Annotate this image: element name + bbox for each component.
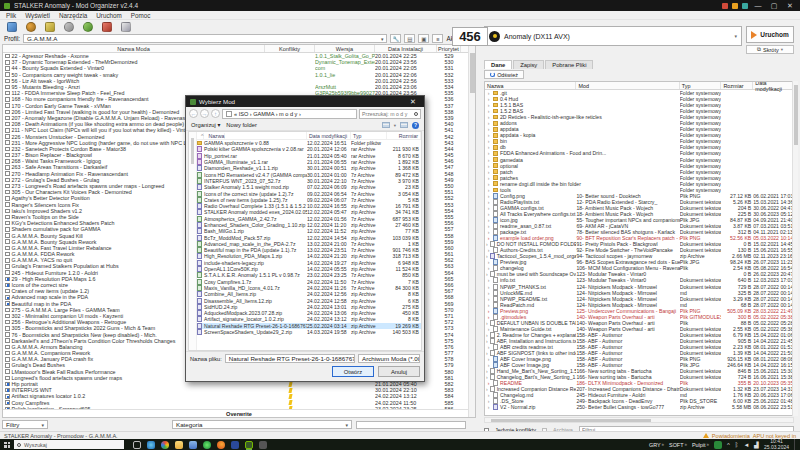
dialog-nav-pane[interactable] [189,132,197,350]
notifications-label[interactable]: Powiadomienia [712,433,750,439]
dialog-file-row[interactable]: STALKER Anomaly modded exes_2024.02.05.z… [197,209,421,215]
mod-checkbox[interactable] [5,147,10,152]
mod-checkbox[interactable] [5,314,10,319]
mod-checkbox[interactable] [5,363,10,368]
column-conflicts[interactable]: Konflikty [265,45,315,52]
breadcrumb[interactable]: « ISO › GAMMA › m o d y › [222,109,357,119]
task-view-icon[interactable] [133,441,141,449]
seven-zip-icon[interactable] [259,441,267,449]
mod-row[interactable]: 44 - Bounty Squads Extended - Vintar0 co… [3,65,475,71]
mod-checkbox[interactable] [5,134,10,139]
dialog-file-row[interactable]: Enhanced_Shaders_Color_Grading_1.10.zip … [197,222,421,228]
chrome-icon[interactable] [161,441,169,449]
edge-icon[interactable] [147,441,155,449]
mod-checkbox[interactable] [5,140,10,145]
column-name[interactable]: Nazwa [485,82,576,89]
back-button[interactable]: ← [189,109,198,118]
overwrite-row[interactable]: Overwrite [3,409,475,417]
run-button[interactable]: Uruchom [746,26,794,43]
column-version[interactable]: Wersja [315,45,375,52]
mod-checkbox[interactable] [5,66,10,71]
taskbar-clock[interactable]: 10:4125.03.2024 [764,439,789,450]
taskbar-search[interactable]: Wyszukaj [14,440,124,449]
toolbar-gry[interactable]: GRY» [649,442,664,448]
profiles[interactable] [45,22,55,32]
toolbar-soft[interactable]: SOFT» [669,442,687,448]
mod-checkbox[interactable] [5,116,10,121]
mod-checkbox[interactable] [5,103,10,108]
mod-checkbox[interactable] [5,382,10,387]
tab-data[interactable]: Dane [484,60,512,69]
install-mod[interactable] [7,22,17,32]
dialog-file-row[interactable]: Cosy Campfires.1.7z 24.02.2024 11:50 7z … [197,279,421,285]
mod-checkbox[interactable] [5,289,10,294]
dialog-file-row[interactable]: Crates of new items (update 1.25).7z 09.… [197,197,421,203]
column-size[interactable]: Rozmiar [387,132,421,139]
dialog-file-row[interactable]: SidHUD.24.zip 24.02.2024 13:01 zip Archi… [197,304,421,310]
mod-checkbox[interactable] [5,326,10,331]
mod-checkbox[interactable] [5,85,10,90]
mod-checkbox[interactable] [5,388,10,393]
menu-item[interactable]: Wyświetl [25,12,50,19]
dialog-search-input[interactable]: Przeszukaj: m o d y [359,109,421,119]
mod-checkbox[interactable] [5,369,10,374]
open-folder-button[interactable]: ▤ [404,34,415,43]
list-button[interactable]: ≡ [432,34,443,43]
column-name[interactable]: ^Nazwa [197,132,307,139]
help-icon[interactable]: ? [412,122,419,129]
mod-checkbox[interactable] [5,122,10,127]
mod-checkbox[interactable] [5,227,10,232]
toolbar-pulpit[interactable]: Pulpit» [692,442,709,448]
mod-checkbox[interactable] [5,159,10,164]
dialog-file-row[interactable]: Advanced_map_scale_in_the_PDA-2.7z 13.02… [197,241,421,247]
executable-select[interactable]: Anomaly (DX11 AVX) ▾ [484,26,742,46]
mod-checkbox[interactable] [5,153,10,158]
column-modified[interactable]: Data modyfikacji [753,82,793,89]
mod-checkbox[interactable] [5,184,10,189]
mod-checkbox[interactable] [5,345,10,350]
mod-row[interactable]: 22 - Agressor Reshade - Axonne 1.0.1_Sta… [3,53,475,59]
bluetooth-icon[interactable]: ᛒ [735,442,739,448]
mod-checkbox[interactable] [5,79,10,84]
filename-input[interactable]: Natural Reshade RTG Preset-26-1-0-168676… [225,354,355,363]
shortcuts-button[interactable]: ⧉ Skróty ▾ [746,45,794,54]
mod-checkbox[interactable] [5,60,10,65]
run-gears[interactable] [83,22,93,32]
dialog-file-row[interactable]: Stalker Anomaly 1.5.1 weight mod.zip 07.… [197,184,421,190]
column-size[interactable]: Rozmiar [721,82,753,89]
mod-row[interactable]: 56 - Liz Alt tweak - IgorWitch 20.01.202… [3,78,475,84]
spotify-icon[interactable] [203,441,211,449]
dialog-file-row[interactable]: ScreenSpaceShaders_Update29_2.zip 14.03.… [197,329,421,335]
firefox-icon[interactable] [217,441,225,449]
mod-checkbox[interactable] [5,277,10,282]
info-icon[interactable] [742,3,748,9]
mod-checkbox[interactable] [5,264,10,269]
mod-checkbox[interactable] [5,91,10,96]
mod-organizer-icon[interactable] [245,441,253,449]
mod-checkbox[interactable] [5,190,10,195]
dialog-file-row[interactable]: BcTz_ModdMod_Pack.57.zip 12.02.2024 14:5… [197,234,421,240]
column-mod[interactable]: Mod [576,82,679,89]
mod-checkbox[interactable] [5,252,10,257]
column-modified[interactable]: Data modyfikacji [307,132,351,139]
dialog-file-row[interactable]: Disassemble_All_Items.12.zip 24.02.2024 … [197,297,421,303]
mod-row[interactable]: 50 - Companions carry weight tweak - sma… [3,72,475,78]
dialog-file-row[interactable]: AdquckedModpack.2023.07.28.zip 24.02.202… [197,310,421,316]
dialog-file-row[interactable]: Bash_MilGo.1.zip 12.02.2024 11:52 zip Ar… [197,228,421,234]
dialog-file-row[interactable]: Artifact_signature_locator_1.0.2.zip 24.… [197,316,421,322]
open-button[interactable]: Otwórz [332,366,374,377]
menu-item[interactable]: Uruchom [96,12,122,19]
cancel-button[interactable]: Anuluj [378,366,420,377]
dialog-file-row[interactable]: Hip_portret.rar 21.01.2024 05:40 rar Arc… [197,153,421,159]
organize-button[interactable]: Organizuj ▾ [191,122,220,128]
start-button[interactable] [0,439,14,450]
mod-checkbox[interactable] [5,165,10,170]
menu-item[interactable]: Narzędzia [59,12,87,19]
dialog-file-row[interactable]: High_Resolution_PDA_Maps.1.zip 14.02.202… [197,253,421,259]
mod-checkbox[interactable] [5,72,10,77]
column-priority[interactable]: Priorytet [437,45,461,52]
view-mode-icon[interactable] [382,122,390,128]
mod-checkbox[interactable] [5,283,10,288]
menu-item[interactable]: Pomoc [131,12,151,19]
mod-checkbox[interactable] [5,110,10,115]
